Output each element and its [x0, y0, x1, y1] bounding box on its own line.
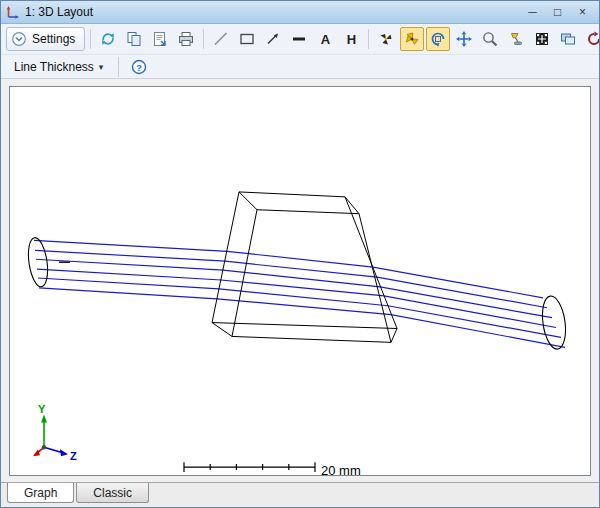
rectangle-tool-icon: [238, 30, 256, 48]
help-icon: ?: [131, 59, 147, 75]
layout-drawing: [10, 87, 590, 475]
toolbar-separator: [90, 29, 91, 49]
lamp-icon: [507, 30, 525, 48]
lamp-button[interactable]: [504, 27, 528, 51]
close-button[interactable]: ×: [570, 3, 595, 21]
rotate-button[interactable]: [426, 27, 450, 51]
line-tool-button[interactable]: [209, 27, 233, 51]
save-icon: [151, 30, 169, 48]
zoom-button[interactable]: [478, 27, 502, 51]
frame-button[interactable]: [530, 27, 554, 51]
axis-z-label: Z: [70, 450, 77, 462]
window-title: 1: 3D Layout: [25, 5, 520, 19]
scale-label: 20 mm: [321, 463, 361, 476]
print-button[interactable]: [174, 27, 198, 51]
chevron-down-circle-icon: [11, 31, 27, 47]
arrow-tool-button[interactable]: [261, 27, 285, 51]
height-tool-button[interactable]: H: [339, 27, 363, 51]
refresh-icon: [99, 30, 117, 48]
refresh-button[interactable]: [96, 27, 120, 51]
axis-y-label: Y: [38, 403, 45, 415]
rectangle-tool-button[interactable]: [235, 27, 259, 51]
line-tool-icon: [212, 30, 230, 48]
chevron-down-icon: ▾: [99, 62, 104, 72]
title-bar: 1: 3D Layout ─ □ ×: [1, 1, 599, 23]
line-thickness-dropdown[interactable]: Line Thickness ▾: [7, 58, 110, 76]
copy-icon: [125, 30, 143, 48]
text-tool-icon: A: [321, 33, 330, 46]
thick-line-tool-icon: [290, 30, 308, 48]
thick-line-tool-button[interactable]: [287, 27, 311, 51]
text-tool-button[interactable]: A: [313, 27, 337, 51]
toolbar-separator: [118, 57, 119, 77]
frame-icon: [533, 30, 551, 48]
height-tool-icon: H: [347, 33, 356, 46]
main-toolbar: Settings: [1, 23, 599, 55]
fletch-button[interactable]: [374, 27, 398, 51]
orbit-icon: [403, 30, 421, 48]
svg-text:?: ?: [137, 62, 143, 72]
copy-button[interactable]: [122, 27, 146, 51]
orbit-button[interactable]: [400, 27, 424, 51]
app-icon: [5, 5, 20, 20]
pan-button[interactable]: [452, 27, 476, 51]
line-thickness-label: Line Thickness: [14, 60, 94, 74]
maximize-button[interactable]: □: [545, 3, 570, 21]
settings-button[interactable]: Settings: [6, 27, 85, 51]
reset-icon: [585, 30, 600, 48]
save-button[interactable]: [148, 27, 172, 51]
duplicate-window-icon: [559, 30, 577, 48]
client-area: Y Z 20 mm: [1, 79, 599, 482]
rotate-icon: [429, 30, 447, 48]
toolbar-separator: [203, 29, 204, 49]
fletch-icon: [377, 30, 395, 48]
settings-label: Settings: [32, 32, 75, 46]
tab-classic[interactable]: Classic: [76, 483, 149, 503]
secondary-toolbar: Line Thickness ▾ ?: [1, 55, 599, 79]
print-icon: [177, 30, 195, 48]
tab-bar: Graph Classic: [1, 482, 599, 507]
pan-icon: [455, 30, 473, 48]
zoom-icon: [481, 30, 499, 48]
layout-canvas[interactable]: Y Z 20 mm: [9, 86, 591, 476]
tab-graph[interactable]: Graph: [7, 483, 74, 503]
app-window: 1: 3D Layout ─ □ × Settings: [0, 0, 600, 508]
arrow-tool-icon: [264, 30, 282, 48]
duplicate-window-button[interactable]: [556, 27, 580, 51]
help-button[interactable]: ?: [127, 55, 151, 79]
reset-button[interactable]: [582, 27, 600, 51]
minimize-button[interactable]: ─: [520, 3, 545, 21]
toolbar-separator: [368, 29, 369, 49]
